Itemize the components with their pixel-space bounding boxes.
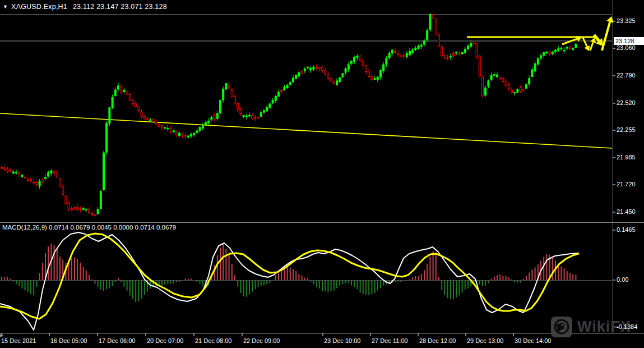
bull-candle bbox=[266, 107, 268, 111]
bull-candle bbox=[485, 88, 487, 95]
main-price-pane[interactable] bbox=[0, 13, 612, 217]
collapse-triangle-icon[interactable]: ▼ bbox=[3, 4, 8, 10]
bull-candle bbox=[191, 134, 192, 136]
bull-candle bbox=[467, 46, 469, 49]
wikifx-logo-icon bbox=[551, 317, 572, 337]
bear-candle bbox=[438, 35, 440, 46]
macd-histogram-bar-positive bbox=[491, 278, 492, 280]
bear-candle bbox=[152, 120, 154, 122]
symbol-timeframe-label: XAGUSD.Exp,H1 bbox=[11, 3, 67, 11]
macd-histogram-bar-negative bbox=[240, 281, 241, 293]
bull-candle bbox=[546, 52, 548, 53]
macd-histogram-bar-negative bbox=[237, 281, 238, 286]
bear-candle bbox=[33, 182, 35, 184]
macd-histogram-bar-positive bbox=[275, 275, 276, 280]
bull-candle bbox=[490, 75, 492, 80]
bear-candle bbox=[549, 52, 550, 54]
macd-histogram-bar-negative bbox=[263, 281, 265, 285]
bull-candle bbox=[220, 100, 221, 113]
macd-histogram-bar-negative bbox=[144, 281, 145, 295]
bear-candle bbox=[371, 76, 373, 80]
macd-histogram-bar-positive bbox=[552, 258, 553, 280]
bull-candle bbox=[517, 90, 518, 93]
macd-histogram-bar-negative bbox=[356, 281, 358, 289]
macd-histogram-bar-negative bbox=[109, 281, 110, 289]
macd-indicator-pane[interactable] bbox=[0, 232, 612, 330]
macd-histogram-bar-positive bbox=[427, 264, 428, 280]
macd-histogram-bar-positive bbox=[433, 251, 434, 280]
macd-histogram-bar-negative bbox=[383, 281, 384, 286]
bear-candle bbox=[126, 91, 128, 94]
bear-candle bbox=[435, 19, 437, 34]
macd-histogram-bar-negative bbox=[465, 281, 466, 290]
macd-histogram-bar-negative bbox=[135, 281, 136, 302]
macd-histogram-bar-positive bbox=[572, 274, 573, 280]
trend-arrow[interactable] bbox=[590, 42, 593, 51]
trend-arrow[interactable] bbox=[602, 22, 610, 51]
bear-candle bbox=[368, 71, 370, 77]
macd-histogram-bar-positive bbox=[298, 274, 299, 280]
bear-candle bbox=[68, 203, 70, 210]
bear-candle bbox=[511, 90, 513, 93]
chart-canvas[interactable] bbox=[0, 0, 644, 348]
trend-arrow[interactable] bbox=[562, 39, 577, 44]
macd-histogram-bar-negative bbox=[327, 281, 328, 292]
drawing-annotations[interactable] bbox=[467, 16, 613, 51]
macd-histogram-bar-negative bbox=[266, 281, 267, 285]
bull-candle bbox=[272, 100, 274, 103]
macd-histogram-bar-negative bbox=[170, 281, 172, 283]
bull-candle bbox=[354, 57, 355, 62]
bull-candle bbox=[112, 97, 113, 107]
bear-candle bbox=[56, 172, 58, 177]
time-axis-label: 23 Dec 10:00 bbox=[324, 337, 360, 344]
time-axis-label: 20 Dec 07:00 bbox=[147, 337, 183, 344]
bear-candle bbox=[30, 180, 32, 181]
bull-candle bbox=[245, 116, 247, 117]
bull-candle bbox=[566, 47, 568, 48]
bear-candle bbox=[569, 48, 571, 49]
bull-candle bbox=[351, 61, 353, 63]
trend-arrow[interactable] bbox=[583, 38, 587, 47]
bull-candle bbox=[415, 48, 416, 50]
bear-candle bbox=[520, 88, 521, 91]
macd-histogram-bar-negative bbox=[360, 281, 361, 293]
macd-axis-label: -0.1384 bbox=[617, 323, 637, 330]
bull-candle bbox=[298, 72, 300, 76]
bull-candle bbox=[409, 51, 411, 54]
bear-candle bbox=[257, 117, 259, 118]
bear-candle bbox=[322, 67, 323, 71]
bear-candle bbox=[155, 121, 157, 123]
time-axis-label: 15 Dec 2021 bbox=[1, 337, 36, 344]
bear-candle bbox=[132, 100, 134, 103]
macd-histogram-bar-positive bbox=[546, 254, 547, 280]
bull-candle bbox=[388, 53, 390, 58]
bull-candle bbox=[179, 133, 180, 135]
bear-candle bbox=[252, 115, 253, 118]
macd-histogram-bar-positive bbox=[74, 258, 75, 280]
bear-candle bbox=[458, 53, 460, 54]
macd-histogram-bar-positive bbox=[91, 280, 92, 280]
price-axis-label: 23.060 bbox=[617, 44, 636, 51]
bear-candle bbox=[65, 196, 67, 204]
bull-candle bbox=[406, 53, 407, 57]
bull-candle bbox=[310, 68, 312, 70]
macd-histogram-bar-positive bbox=[304, 278, 305, 280]
macd-histogram-bar-negative bbox=[365, 281, 367, 295]
bull-candle bbox=[345, 69, 346, 72]
bull-candle bbox=[150, 120, 151, 121]
time-axis-label: 30 Dec 14:00 bbox=[515, 337, 551, 344]
macd-histogram-bar-negative bbox=[121, 281, 122, 282]
bull-candle bbox=[106, 123, 108, 152]
macd-histogram-bar-positive bbox=[278, 272, 279, 280]
macd-histogram-bar-positive bbox=[569, 273, 571, 280]
bear-candle bbox=[301, 72, 303, 74]
macd-indicator-label: MACD(12,26,9) 0.0714 0.0679 0.0045 0.000… bbox=[2, 224, 176, 231]
price-axis-label: 21.985 bbox=[617, 154, 636, 161]
macd-histogram-bar-positive bbox=[4, 277, 5, 280]
bull-candle bbox=[313, 67, 314, 69]
bull-candle bbox=[85, 209, 87, 210]
bull-candle bbox=[48, 172, 49, 176]
macd-histogram-bar-negative bbox=[132, 281, 133, 299]
bull-candle bbox=[374, 79, 376, 80]
bull-candle bbox=[263, 111, 265, 112]
